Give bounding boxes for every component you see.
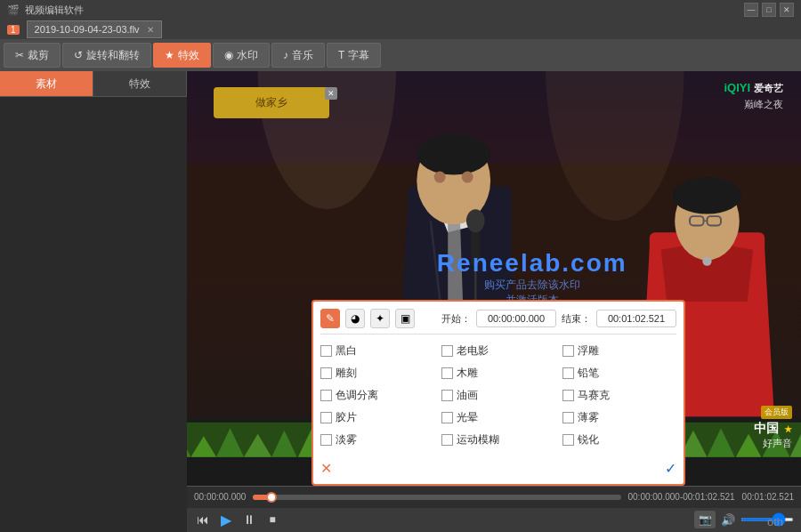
toolbar-effects[interactable]: ★ 特效 [153,43,211,68]
stop-button[interactable]: ■ [263,511,281,528]
iqiyi-text: iQIYI [724,81,750,94]
effect-checkbox-emboss[interactable] [562,345,574,357]
watermark-icon: ◉ [224,49,233,61]
effect-label-woodcarve: 木雕 [457,366,478,381]
effect-item-oldfilm: 老电影 [441,342,555,360]
sidebar-tab-effects[interactable]: 特效 [93,71,187,96]
effect-checkbox-woodcarve[interactable] [441,367,453,379]
effect-item-film: 胶片 [320,408,434,427]
peak-night-text: 巅峰之夜 [744,98,783,111]
pause-button[interactable]: ⏸ [240,511,258,528]
effect-tool-pencil[interactable]: ✎ [320,309,340,328]
effect-label-lightmist: 淡雾 [336,432,357,447]
subtitle-icon: T [338,49,344,61]
effect-checkbox-thinmist[interactable] [562,412,574,423]
effect-tool-rect[interactable]: ▣ [395,309,415,328]
effect-checkbox-glow[interactable] [441,412,453,423]
effect-item-emboss: 浮雕 [562,342,676,360]
effect-item-engrave: 雕刻 [320,364,434,383]
effect-checkbox-colorsep[interactable] [320,390,332,401]
crop-label: 裁剪 [28,48,49,63]
close-button[interactable]: ✕ [780,3,794,17]
effect-checkbox-sharpen[interactable] [562,434,574,446]
iqiyi-brand: 爱奇艺 [754,83,783,93]
end-time-input[interactable] [596,310,676,327]
file-index: 1 [7,25,20,35]
rotate-label: 旋转和翻转 [86,48,140,63]
start-time-input[interactable] [476,310,556,327]
svg-point-21 [673,177,742,214]
titlebar-right: — □ ✕ [744,3,794,17]
effect-item-colorsep: 色调分离 [320,386,434,405]
effect-label-sharpen: 锐化 [578,432,599,447]
sidebar-content [0,97,187,532]
effects-label: 特效 [178,48,199,63]
play-button[interactable]: ▶ [217,511,235,528]
file-number: 1 [7,25,20,35]
effect-checkbox-motionblur[interactable] [441,434,453,446]
start-label: 开始： [441,312,471,326]
svg-point-10 [417,133,490,175]
prev-button[interactable]: ⏮ [194,511,212,528]
maximize-button[interactable]: □ [762,3,776,17]
subtitle-label: 字幕 [348,48,369,63]
effect-label-mosaic: 马赛克 [578,388,610,403]
effect-time-row: 开始： 结束： [441,310,676,327]
effect-tool-circle[interactable]: ◕ [345,309,365,328]
effects-cancel-button[interactable]: ✕ [320,460,332,477]
time-range: 00:00:00.000-00:01:02.521 [628,492,735,502]
effect-tool-star[interactable]: ✦ [370,309,390,328]
effect-checkbox-film[interactable] [320,412,332,423]
time-total: 00:01:02.521 [742,492,794,502]
effect-item-pencil: 铅笔 [562,364,676,383]
svg-point-11 [434,172,446,183]
ad-banner: 做家乡 [214,87,329,118]
ad-close-button[interactable]: ✕ [325,87,337,100]
effect-item-thinmist: 薄雾 [562,408,676,427]
effect-item-blackwhite: 黑白 [320,342,434,360]
effect-label-emboss: 浮雕 [578,343,599,359]
titlebar: 🎬 视频编辑软件 — □ ✕ [0,0,801,20]
effects-grid: 黑白 老电影 浮雕 雕刻 木雕 [320,342,676,449]
effects-panel: ✎ ◕ ✦ ▣ 开始： 结束： [312,300,685,486]
file-tab-close[interactable]: ✕ [147,25,154,35]
file-name: 2019-10-09-04-23-03.flv [35,24,140,35]
effect-checkbox-engrave[interactable] [320,367,332,379]
toolbar-crop[interactable]: ✂ 裁剪 [4,43,61,68]
iqiyi-logo: iQIYI 爱奇艺 [724,80,783,95]
effect-item-mosaic: 马赛克 [562,386,676,405]
sidebar-tab-material[interactable]: 素材 [0,71,93,96]
toolbar-watermark[interactable]: ◉ 水印 [213,43,270,68]
effect-item-sharpen: 锐化 [562,431,676,449]
effect-label-film: 胶片 [336,410,357,425]
app-icon: 🎬 [7,4,20,16]
effects-footer: ✕ ✓ [320,456,676,477]
minimize-button[interactable]: — [744,3,758,17]
sidebar: 素材 特效 [0,71,187,532]
effect-item-oilpaint: 油画 [441,386,555,405]
effect-checkbox-lightmist[interactable] [320,434,332,446]
toolbar-rotate[interactable]: ↺ 旋转和翻转 [62,43,151,68]
effect-checkbox-blackwhite[interactable] [320,345,332,357]
show-title: 中国 ★ [754,421,792,437]
toolbar-subtitle[interactable]: T 字幕 [327,43,381,68]
toolbar-music[interactable]: ♪ 音乐 [271,43,325,68]
effect-checkbox-mosaic[interactable] [562,390,574,401]
timeline-row: 00:00:00.000 00:00:00.000-00:01:02.521 0… [187,487,801,508]
screenshot-button[interactable]: 📷 [694,511,716,528]
effect-label-motionblur: 运动模糊 [457,432,499,447]
effect-checkbox-pencil[interactable] [562,367,574,379]
effect-checkbox-oldfilm[interactable] [441,345,453,357]
effect-checkbox-oilpaint[interactable] [441,390,453,401]
file-tab-item[interactable]: 2019-10-09-04-23-03.flv ✕ [27,20,162,38]
effect-item-glow: 光晕 [441,408,555,427]
effect-label-oldfilm: 老电影 [457,343,489,359]
circle-icon: ◕ [351,312,360,325]
time-current: 00:00:00.000 [194,492,246,502]
effect-item-motionblur: 运动模糊 [441,431,555,449]
effects-confirm-button[interactable]: ✓ [665,460,676,477]
timeline-bar[interactable] [253,495,620,500]
effect-label-glow: 光晕 [457,410,478,425]
effects-toolbar: ✎ ◕ ✦ ▣ 开始： 结束： [320,309,676,335]
pencil-icon: ✎ [326,312,335,325]
